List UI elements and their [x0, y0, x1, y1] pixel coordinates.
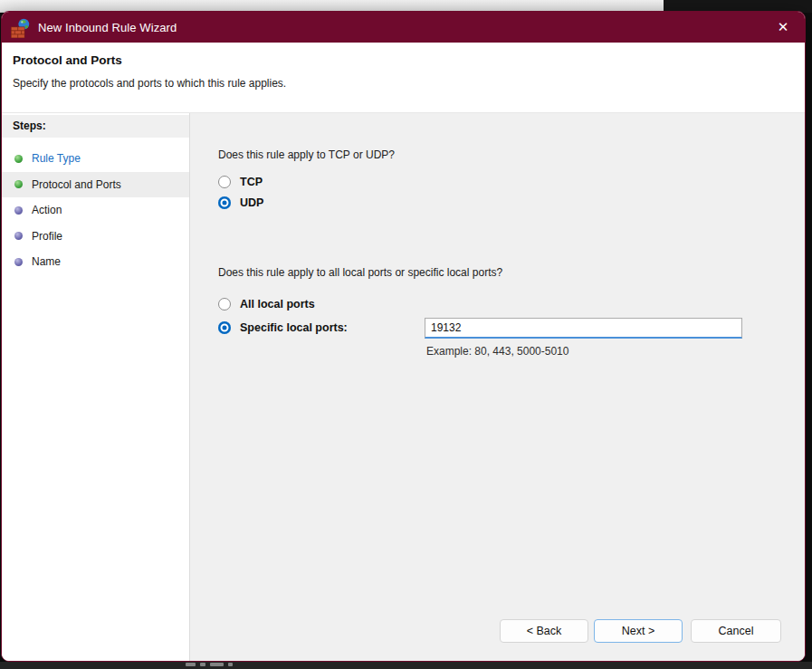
steps-sidebar: Steps: Rule Type Protocol and Ports Acti… — [2, 113, 190, 661]
background-artifact — [210, 663, 224, 666]
ports-question: Does this rule apply to all local ports … — [218, 266, 502, 279]
radio-label-specific-local-ports[interactable]: Specific local ports: — [240, 321, 348, 334]
window-title: New Inbound Rule Wizard — [38, 21, 177, 34]
background-artifact — [200, 663, 205, 666]
radio-selected-icon[interactable] — [218, 196, 231, 209]
step-label: Name — [32, 255, 61, 268]
radio-option-udp[interactable]: UDP — [218, 196, 263, 209]
step-done-bullet-icon — [14, 180, 23, 188]
radio-selected-icon[interactable] — [218, 321, 231, 334]
firewall-icon — [11, 18, 31, 38]
background-taskbar-strip — [0, 662, 812, 669]
background-artifact — [186, 663, 196, 666]
step-todo-bullet-icon — [14, 258, 23, 266]
protocol-question: Does this rule apply to TCP or UDP? — [218, 148, 395, 161]
steps-heading: Steps: — [2, 115, 189, 138]
wizard-page-header: Protocol and Ports Specify the protocols… — [2, 43, 805, 113]
step-done-bullet-icon — [14, 155, 23, 163]
wizard-content-panel: Does this rule apply to TCP or UDP? TCP … — [190, 113, 805, 661]
step-label: Protocol and Ports — [32, 178, 121, 191]
cancel-button[interactable]: Cancel — [691, 619, 781, 643]
step-protocol-and-ports[interactable]: Protocol and Ports — [2, 172, 189, 198]
step-profile: Profile — [2, 224, 189, 250]
ports-example-text: Example: 80, 443, 5000-5010 — [426, 345, 568, 358]
page-subtitle: Specify the protocols and ports to which… — [13, 77, 805, 90]
page-title: Protocol and Ports — [13, 53, 805, 67]
step-action: Action — [2, 197, 189, 224]
step-label: Profile — [32, 230, 62, 243]
radio-option-all-local-ports[interactable]: All local ports — [218, 298, 315, 311]
step-name: Name — [2, 249, 189, 275]
step-label[interactable]: Rule Type — [32, 152, 81, 165]
background-artifact — [228, 663, 233, 666]
radio-option-specific-local-ports[interactable]: Specific local ports: — [218, 321, 348, 334]
radio-option-tcp[interactable]: TCP — [218, 176, 263, 188]
step-rule-type[interactable]: Rule Type — [2, 146, 189, 172]
specific-ports-input[interactable] — [425, 318, 742, 339]
radio-label-udp[interactable]: UDP — [240, 196, 263, 209]
radio-unselected-icon[interactable] — [218, 298, 231, 311]
step-label: Action — [32, 204, 62, 216]
next-button[interactable]: Next > — [594, 619, 683, 643]
radio-label-all-local-ports[interactable]: All local ports — [240, 298, 315, 311]
close-icon[interactable]: ✕ — [765, 12, 801, 43]
step-todo-bullet-icon — [14, 206, 23, 215]
titlebar: New Inbound Rule Wizard ✕ — [2, 12, 805, 43]
radio-unselected-icon[interactable] — [218, 176, 231, 188]
new-inbound-rule-wizard-dialog: New Inbound Rule Wizard ✕ Protocol and P… — [1, 11, 806, 662]
back-button[interactable]: < Back — [500, 619, 588, 643]
steps-list: Rule Type Protocol and Ports Action Prof… — [2, 146, 189, 275]
step-todo-bullet-icon — [14, 232, 23, 240]
radio-label-tcp[interactable]: TCP — [240, 176, 263, 188]
